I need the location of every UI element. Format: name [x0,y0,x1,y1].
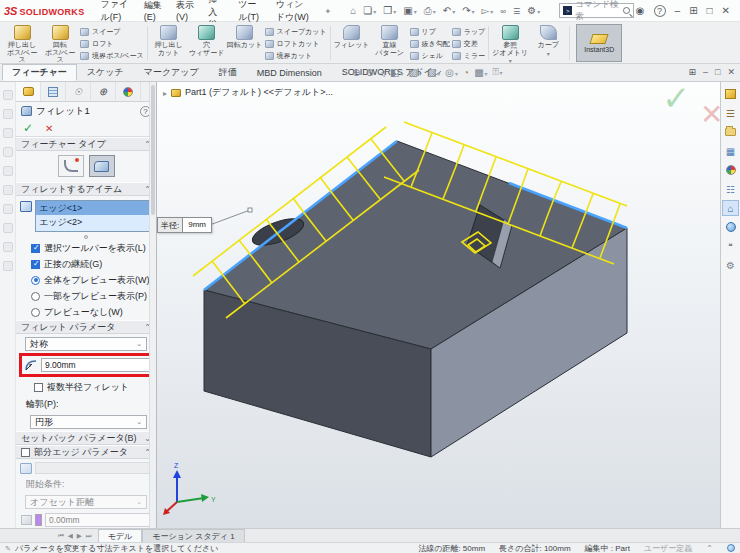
display-style-icon[interactable] [427,67,440,78]
maximize-button[interactable] [707,5,713,16]
properties-list-icon[interactable] [510,5,523,16]
view-palette-icon[interactable] [722,143,739,159]
section-feature-type[interactable]: フィーチャー タイプ [16,137,156,151]
custom-properties-icon[interactable] [722,181,739,197]
tile-windows-button[interactable] [689,5,697,16]
redo-icon[interactable] [459,5,477,16]
last-tab-icon[interactable]: ⏭ [86,532,92,540]
view-orientation-icon[interactable] [408,67,421,78]
section-fillet-parameters[interactable]: フィレット パラメータ [16,320,156,334]
home-icon[interactable] [347,5,359,16]
first-tab-icon[interactable]: ⏮ [58,532,64,540]
tab-evaluate[interactable]: 評価 [209,64,247,81]
previous-view-icon[interactable] [379,67,385,78]
menu-window[interactable]: ウィンドウ(W) [270,0,319,24]
hide-show-items-icon[interactable] [445,67,458,78]
print-icon[interactable] [421,5,439,17]
tab-motion-study[interactable]: モーション スタディ 1 [142,529,244,542]
loft-cut-button[interactable]: ロフトカット [265,38,327,49]
boundary-cut-button[interactable]: 境界カット [265,50,327,61]
open-document-icon[interactable] [380,5,399,16]
tab-property-manager[interactable] [16,82,41,101]
checkbox-icon[interactable] [34,383,43,392]
section-partial-edge-parameters[interactable]: 部分エッジ パラメータ [16,445,156,459]
start-condition-dropdown[interactable]: オフセット距離 [25,495,147,509]
apply-scene-icon[interactable] [474,67,487,78]
list-item-edge1[interactable]: エッジ<1> [36,201,151,215]
option-partial-preview[interactable]: 一部をプレビュー表示(P) [16,288,156,304]
doc-minimize-icon[interactable] [703,67,708,77]
boundary-boss-button[interactable]: 境界ボス/ベース [80,50,144,61]
login-user-icon[interactable] [636,5,645,16]
section-setback-parameters[interactable]: セットバック パラメータ(B) [16,431,156,445]
filletxpert-button[interactable] [58,155,84,177]
expand-arrow-icon[interactable] [163,88,167,98]
panel-scrollbar[interactable] [149,82,156,528]
fillet-button[interactable]: フィレット [334,24,370,49]
next-tab-icon[interactable]: ▶ [77,532,82,540]
doc-tile-icon[interactable] [688,67,696,77]
revolved-cut-button[interactable]: 回転カット [227,24,263,49]
tab-configuration[interactable] [66,82,91,101]
radius-input[interactable] [42,359,157,371]
extruded-cut-button[interactable]: 押し出し カット [151,24,187,56]
loft-button[interactable]: ロフト [80,38,144,49]
section-view-icon[interactable] [390,67,403,78]
settings-icon[interactable] [722,257,739,273]
flyout-feature-tree[interactable]: Part1 (デフォルト) <<デフォルト>... [163,86,333,99]
undo-icon[interactable] [440,5,458,16]
edit-appearance-icon[interactable] [463,67,469,78]
globe-icon[interactable] [727,544,735,552]
callout-value[interactable]: 9mm [183,218,211,232]
doc-restore-icon[interactable] [715,67,720,77]
help-icon[interactable] [654,5,666,16]
menu-edit[interactable]: 編集(E) [138,0,168,22]
option-tangent-propagation[interactable]: 正接の継続(G) [16,256,156,272]
tab-mbd-dimension[interactable]: MBD Dimension [247,64,332,81]
menu-view[interactable]: 表示(V) [170,0,200,22]
tab-markup[interactable]: マークアップ [134,64,209,81]
profile-dropdown[interactable]: 円形 [30,415,147,429]
tab-dimxpert[interactable] [91,82,116,101]
intersect-button[interactable]: 交差 [452,38,486,49]
search-icon[interactable] [623,7,630,14]
close-button[interactable] [722,5,730,16]
shell-button[interactable]: シェル [410,50,450,61]
view-settings-icon[interactable] [493,66,503,78]
comments-icon[interactable] [722,238,739,254]
option-multiple-radius[interactable]: 複数半径フィレット [16,379,156,395]
cancel-x-button[interactable] [45,123,53,134]
option-no-preview[interactable]: プレビューなし(W) [16,304,156,320]
tab-sketch[interactable]: スケッチ [77,64,134,81]
section-items-to-fillet[interactable]: フィレットするアイテム [16,182,156,196]
checkbox-checked-icon[interactable] [31,260,40,269]
select-icon[interactable] [479,5,497,16]
list-item-edge2[interactable]: エッジ<2> [36,215,151,229]
radio-selected-icon[interactable] [31,276,40,285]
design-library-icon[interactable] [722,105,739,121]
mirror-button[interactable]: ミラー [452,50,486,61]
sweep-button[interactable]: スイープ [80,26,144,37]
attachment-icon[interactable] [497,5,509,16]
model-canvas[interactable]: Z Y [157,82,720,528]
tab-display-manager[interactable] [116,82,141,101]
checkbox-icon[interactable] [21,448,30,457]
start-offset-input[interactable] [46,514,157,526]
option-full-preview[interactable]: 全体をプレビュー表示(W) [16,272,156,288]
revolved-boss-button[interactable]: 回転 ボス/ベース [42,24,78,64]
radio-icon[interactable] [31,292,40,301]
option-show-toolbar[interactable]: 選択ツールバーを表示(L) [16,240,156,256]
rib-button[interactable]: リブ [410,26,450,37]
instant3d-button[interactable]: Instant3D [576,24,622,62]
save-icon[interactable] [400,5,419,16]
extruded-boss-button[interactable]: 押し出し ボス/ベース [4,24,40,64]
part-tree-node[interactable]: Part1 (デフォルト) <<デフォルト>... [185,86,333,99]
reference-geometry-button[interactable]: 参照 ジオメトリ [492,24,528,64]
zoom-to-fit-icon[interactable] [352,67,360,78]
manual-fillet-button[interactable] [89,155,115,177]
ok-check-button[interactable] [23,121,33,135]
tab-nav-buttons[interactable]: ⏮ ◀ ▶ ⏭ [58,529,98,542]
graphics-viewport[interactable]: Z Y Part1 (デフォルト) <<デフォルト>... 半径: 9mm [157,82,720,528]
tab-feature-tree[interactable] [41,82,66,101]
minimize-button[interactable] [675,5,681,16]
